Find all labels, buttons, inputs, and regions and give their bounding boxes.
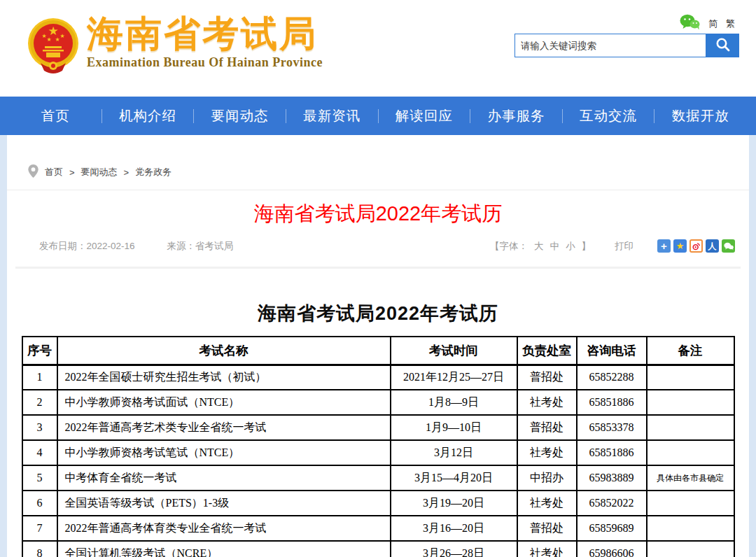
cell-index: 5 xyxy=(22,465,57,491)
content: 首页 > 要闻动态 > 党务政务 海南省考试局2022年考试历 发布日期：202… xyxy=(7,135,749,557)
cell-department: 社考处 xyxy=(517,541,577,557)
nav-item-home[interactable]: 首页 xyxy=(10,106,102,125)
cell-exam-time: 3月19—20日 xyxy=(391,491,517,516)
content-wrap: 首页 > 要闻动态 > 党务政务 海南省考试局2022年考试历 发布日期：202… xyxy=(0,135,756,557)
cell-remark: 具体由各市县确定 xyxy=(647,465,734,491)
site-header: ★ ★ ★ ★ ★ 海南省考试局 Examination Bureau Of H… xyxy=(0,0,756,97)
nav-item-open-data[interactable]: 数据开放 xyxy=(654,106,746,125)
cell-index: 7 xyxy=(22,516,57,541)
cell-exam-time: 2021年12月25—27日 xyxy=(391,365,517,390)
nav-item-interpretation[interactable]: 解读回应 xyxy=(379,106,470,125)
cell-phone: 65852022 xyxy=(577,491,647,516)
lang-simplified[interactable]: 简 xyxy=(708,17,718,30)
cell-index: 8 xyxy=(22,541,57,557)
col-header-remark: 备注 xyxy=(647,337,734,365)
article-meta-right: 【字体： 大 中 小 】 打印 + ★ xyxy=(490,239,735,253)
cell-exam-name: 2022年普通高考体育类专业全省统一考试 xyxy=(57,516,391,541)
article-meta: 发布日期：2022-02-16 来源：省考试局 【字体： 大 中 小 】 打印 … xyxy=(7,239,749,253)
font-size-open: 【字体： xyxy=(490,240,528,253)
nav-item-interaction[interactable]: 互动交流 xyxy=(563,106,654,125)
article-source: 来源：省考试局 xyxy=(167,240,234,253)
cell-exam-time: 3月12日 xyxy=(391,440,517,465)
cell-department: 中招办 xyxy=(517,465,577,491)
col-header-phone: 咨询电话 xyxy=(577,337,647,365)
cell-remark xyxy=(647,365,734,390)
col-header-exam-time: 考试时间 xyxy=(391,337,517,365)
cell-exam-name: 中小学教师资格考试笔试（NTCE） xyxy=(57,440,391,465)
breadcrumb-news[interactable]: 要闻动态 xyxy=(81,166,118,178)
divider-line xyxy=(7,190,749,190)
page: ★ ★ ★ ★ ★ 海南省考试局 Examination Bureau Of H… xyxy=(0,0,756,557)
print-button[interactable]: 打印 xyxy=(615,240,634,253)
breadcrumb-separator: > xyxy=(69,167,75,178)
cell-remark xyxy=(647,440,734,465)
breadcrumb-current[interactable]: 党务政务 xyxy=(135,166,172,178)
table-row: 2 中小学教师资格考试面试（NTCE） 1月8—9日 社考处 65851886 xyxy=(22,390,734,415)
table-row: 1 2022年全国硕士研究生招生考试（初试） 2021年12月25—27日 普招… xyxy=(22,365,734,390)
language-toggle-row: 简 繁 xyxy=(680,14,735,33)
cell-index: 6 xyxy=(22,491,57,516)
cell-index: 3 xyxy=(22,415,57,440)
weibo-share-icon[interactable] xyxy=(690,239,703,253)
search-bar xyxy=(514,34,739,57)
cell-phone: 65853378 xyxy=(577,415,647,440)
cell-remark xyxy=(647,491,734,516)
font-size-close: 】 xyxy=(582,240,592,253)
cell-department: 普招处 xyxy=(517,415,577,440)
table-row: 6 全国英语等级考试（PETS）1-3级 3月19—20日 社考处 658520… xyxy=(22,491,734,516)
cell-exam-name: 全国计算机等级考试（NCRE） xyxy=(57,541,391,557)
cell-department: 社考处 xyxy=(517,440,577,465)
nav-item-services[interactable]: 办事服务 xyxy=(470,106,562,125)
cell-exam-time: 3月15—4月20日 xyxy=(391,465,517,491)
cell-phone: 65851886 xyxy=(577,390,647,415)
svg-text:★: ★ xyxy=(59,33,64,39)
divider-line-thick xyxy=(15,267,741,269)
cell-phone: 65851886 xyxy=(577,440,647,465)
cell-exam-name: 2022年普通高考艺术类专业全省统一考试 xyxy=(57,415,391,440)
wechat-icon[interactable] xyxy=(680,14,700,33)
nav-item-latest[interactable]: 最新资讯 xyxy=(286,106,378,125)
cell-exam-time: 1月9—10日 xyxy=(391,415,517,440)
font-size-small[interactable]: 小 xyxy=(566,240,575,253)
col-header-index: 序号 xyxy=(22,337,57,365)
cell-remark xyxy=(647,516,734,541)
breadcrumb-home[interactable]: 首页 xyxy=(45,166,63,178)
cell-phone: 65852288 xyxy=(577,365,647,390)
main-nav: 首页 机构介绍 要闻动态 最新资讯 解读回应 办事服务 互动交流 数据开放 xyxy=(0,97,756,135)
font-size-large[interactable]: 大 xyxy=(534,240,544,253)
article-meta-left: 发布日期：2022-02-16 来源：省考试局 xyxy=(39,240,233,253)
cell-exam-time: 3月26—28日 xyxy=(391,541,517,557)
cell-remark xyxy=(647,390,734,415)
renren-share-icon[interactable]: 人 xyxy=(706,239,719,253)
nav-item-about[interactable]: 机构介绍 xyxy=(102,106,194,125)
site-titles: 海南省考试局 Examination Bureau Of Hainan Prov… xyxy=(87,14,323,70)
cell-exam-name: 中考体育全省统一考试 xyxy=(57,465,391,491)
emblem-icon: ★ ★ ★ ★ ★ xyxy=(25,66,81,78)
share-more-icon[interactable]: + xyxy=(657,239,671,253)
search-button[interactable] xyxy=(706,34,739,57)
table-row: 4 中小学教师资格考试笔试（NTCE） 3月12日 社考处 65851886 xyxy=(22,440,734,465)
national-emblem-logo[interactable]: ★ ★ ★ ★ ★ xyxy=(25,17,81,76)
nav-item-news[interactable]: 要闻动态 xyxy=(194,106,286,125)
cell-exam-time: 1月8—9日 xyxy=(391,390,517,415)
cell-index: 4 xyxy=(22,440,57,465)
table-row: 7 2022年普通高考体育类专业全省统一考试 3月16—20日 普招处 6585… xyxy=(22,516,734,541)
cell-index: 1 xyxy=(22,365,57,390)
cell-remark xyxy=(647,541,734,557)
cell-department: 普招处 xyxy=(517,365,577,390)
breadcrumb-separator: > xyxy=(124,167,130,178)
table-row: 8 全国计算机等级考试（NCRE） 3月26—28日 社考处 65986606 xyxy=(22,541,734,557)
cell-index: 2 xyxy=(22,390,57,415)
cell-exam-name: 全国英语等级考试（PETS）1-3级 xyxy=(57,491,391,516)
cell-department: 普招处 xyxy=(517,516,577,541)
qzone-share-icon[interactable]: ★ xyxy=(673,239,687,253)
cell-department: 社考处 xyxy=(517,491,577,516)
wechat-share-icon[interactable] xyxy=(722,239,735,253)
cell-department: 社考处 xyxy=(517,390,577,415)
lang-traditional[interactable]: 繁 xyxy=(726,17,735,30)
cell-phone: 65859689 xyxy=(577,516,647,541)
font-size-medium[interactable]: 中 xyxy=(550,240,560,253)
search-input[interactable] xyxy=(514,34,706,57)
article-title: 海南省考试局2022年考试历 xyxy=(7,200,749,228)
share-icons: + ★ 人 xyxy=(657,239,735,253)
